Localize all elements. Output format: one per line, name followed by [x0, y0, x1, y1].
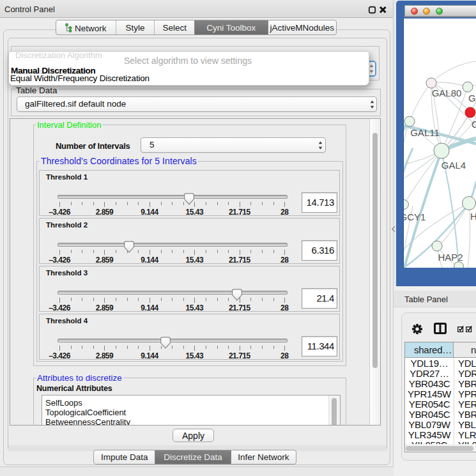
- svg-text:GAL4: GAL4: [441, 160, 466, 171]
- svg-text:GAL80: GAL80: [432, 88, 462, 98]
- svg-text:HI: HI: [470, 211, 476, 222]
- svg-text:CY: CY: [472, 119, 476, 130]
- svg-text:HAP2: HAP2: [438, 252, 463, 263]
- svg-text:GCY1: GCY1: [404, 211, 426, 222]
- svg-text:GA: GA: [468, 93, 476, 104]
- svg-text:GAL11: GAL11: [410, 127, 440, 138]
